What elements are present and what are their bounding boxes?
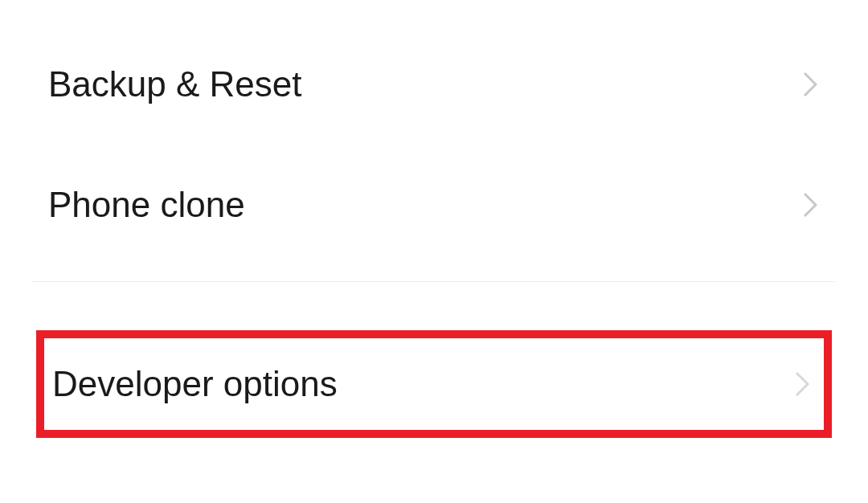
settings-label: Backup & Reset xyxy=(48,64,302,104)
settings-list: Backup & Reset Phone clone Developer opt… xyxy=(0,0,868,503)
settings-label: Developer options xyxy=(52,364,338,404)
divider xyxy=(32,281,836,282)
settings-item-inner: Developer options xyxy=(52,364,812,404)
settings-label: Phone clone xyxy=(48,185,245,225)
chevron-right-icon xyxy=(792,374,812,394)
chevron-right-icon xyxy=(800,75,820,94)
chevron-right-icon xyxy=(800,195,820,215)
settings-item-inner: Backup & Reset xyxy=(48,64,820,104)
settings-item-backup-reset[interactable]: Backup & Reset xyxy=(0,24,868,145)
highlight-box: Developer options xyxy=(36,330,832,438)
settings-item-phone-clone[interactable]: Phone clone xyxy=(0,145,868,265)
settings-item-inner: Phone clone xyxy=(48,185,820,225)
settings-item-developer-options[interactable]: Developer options xyxy=(44,338,824,430)
